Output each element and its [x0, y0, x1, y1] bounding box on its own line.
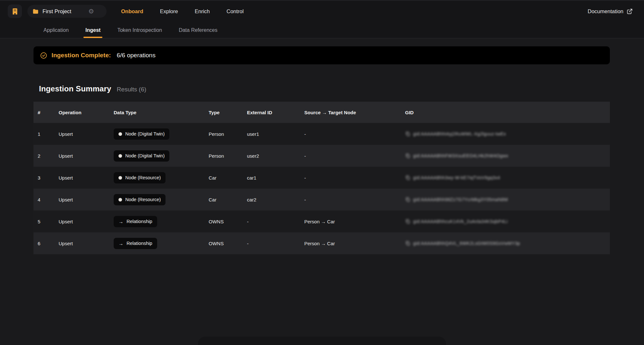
folder-icon — [32, 8, 39, 15]
col-type: Type — [209, 110, 247, 115]
documentation-link[interactable]: Documentation — [588, 8, 633, 14]
top-header: First Project ⚙ Onboard Explore Enrich C… — [0, 0, 644, 38]
row-type: Person — [209, 131, 247, 137]
row-source-target: Person → Car — [304, 241, 405, 246]
nav-tab-explore[interactable]: Explore — [160, 8, 178, 14]
table-row: 6 Upsert →Relationship OWNS - Person → C… — [33, 232, 610, 254]
app-logo-button[interactable] — [8, 5, 22, 18]
row-external-id: - — [247, 219, 304, 224]
row-operation: Upsert — [59, 175, 114, 181]
gid-value: gid:AAAAABhh98Zz7G7YcrMkg3Y05maN8M — [413, 197, 508, 202]
nav-tab-enrich[interactable]: Enrich — [195, 8, 210, 14]
col-source-target: Source → Target Node — [304, 110, 405, 115]
copy-icon[interactable] — [405, 219, 410, 224]
row-num: 4 — [38, 197, 59, 202]
gid-value: gid:AAAAABhht4yj2RuWWL-Xg2lguuz-twEx — [413, 131, 506, 136]
row-num: 2 — [38, 153, 59, 159]
gid-value: gid:AAAAABhhcuK14Vk_2uAnla34KSqbP4Li — [413, 219, 508, 224]
data-type-badge: Node (Resource) — [114, 172, 166, 183]
bottom-dock-hint — [198, 337, 446, 345]
row-operation: Upsert — [59, 131, 114, 137]
row-gid[interactable]: gid:AAAAABhht4yj2RuWWL-Xg2lguuz-twEx — [405, 131, 610, 136]
row-gid[interactable]: gid:AAAAABhhcuK14Vk_2uAnla34KSqbP4Li — [405, 219, 610, 224]
copy-icon[interactable] — [405, 241, 410, 246]
tab-data-references[interactable]: Data References — [179, 22, 217, 39]
row-gid[interactable]: gid:AAAAABhh98Zz7G7YcrMkg3Y05maN8M — [405, 197, 610, 202]
nav-tab-onboard[interactable]: Onboard — [121, 8, 143, 14]
project-selector[interactable]: First Project ⚙ — [27, 5, 107, 18]
table-header-row: # Operation Data Type Type External ID S… — [33, 102, 610, 123]
tab-token-introspection[interactable]: Token Introspection — [117, 22, 162, 39]
badge-label: Node (Resource) — [125, 175, 161, 180]
col-data-type: Data Type — [114, 110, 209, 115]
banner-title: Ingestion Complete: — [52, 52, 111, 59]
ingestion-table: # Operation Data Type Type External ID S… — [33, 102, 610, 254]
arrow-right-icon: → — [118, 241, 123, 246]
row-external-id: - — [247, 241, 304, 246]
ingestion-status-banner: Ingestion Complete: 6/6 operations — [33, 46, 610, 64]
project-name: First Project — [43, 8, 71, 14]
col-operation: Operation — [59, 110, 114, 115]
row-type: OWNS — [209, 219, 247, 224]
data-type-badge: Node (Digital Twin) — [114, 128, 169, 140]
row-external-id: user1 — [247, 131, 304, 137]
row-operation: Upsert — [59, 241, 114, 246]
copy-icon[interactable] — [405, 153, 410, 158]
arrow-right-icon: → — [118, 219, 123, 224]
row-num: 5 — [38, 219, 59, 224]
table-row: 4 Upsert Node (Resource) Car car2 - gid:… — [33, 189, 610, 210]
external-link-icon — [627, 8, 633, 14]
node-dot-icon — [118, 154, 122, 158]
gid-value: gid:AAAAABhh3wy-W-kE7IqTVoV9gq3x4 — [413, 175, 500, 180]
table-row: 2 Upsert Node (Digital Twin) Person user… — [33, 145, 610, 167]
badge-label: Node (Digital Twin) — [125, 131, 165, 136]
row-gid[interactable]: gid:AAAAABhhQ4VL_6WK2LsGtW0S9GsVwMY3p — [405, 241, 610, 246]
data-type-badge: →Relationship — [114, 216, 157, 227]
badge-label: Node (Digital Twin) — [125, 153, 165, 158]
node-dot-icon — [118, 198, 122, 201]
banner-detail: 6/6 operations — [117, 52, 156, 59]
row-source-target: - — [304, 197, 405, 202]
data-type-badge: →Relationship — [114, 238, 157, 249]
row-source-target: Person → Car — [304, 219, 405, 224]
primary-nav-row: First Project ⚙ Onboard Explore Enrich C… — [0, 1, 644, 22]
gid-value: gid:AAAAABhhFW3XsuEEO4LHk2hW4Ogwx — [413, 153, 508, 158]
row-type: OWNS — [209, 241, 247, 246]
results-count: Results (6) — [117, 86, 146, 93]
table-row: 5 Upsert →Relationship OWNS - Person → C… — [33, 210, 610, 232]
gear-icon[interactable]: ⚙ — [88, 8, 94, 14]
node-dot-icon — [118, 132, 122, 136]
row-gid[interactable]: gid:AAAAABhhFW3XsuEEO4LHk2hW4Ogwx — [405, 153, 610, 158]
copy-icon[interactable] — [405, 131, 410, 136]
row-external-id: car2 — [247, 197, 304, 202]
row-source-target: - — [304, 153, 405, 159]
row-type: Car — [209, 175, 247, 181]
row-num: 6 — [38, 241, 59, 246]
data-type-badge: Node (Digital Twin) — [114, 150, 169, 162]
row-external-id: user2 — [247, 153, 304, 159]
row-num: 3 — [38, 175, 59, 181]
tab-application[interactable]: Application — [43, 22, 69, 39]
main-content: Ingestion Complete: 6/6 operations Inges… — [33, 38, 610, 254]
tab-ingest[interactable]: Ingest — [85, 22, 100, 39]
badge-label: Relationship — [127, 241, 152, 246]
copy-icon[interactable] — [405, 175, 410, 180]
page-title: Ingestion Summary — [39, 84, 111, 93]
node-dot-icon — [118, 176, 122, 180]
copy-icon[interactable] — [405, 197, 410, 202]
row-gid[interactable]: gid:AAAAABhh3wy-W-kE7IqTVoV9gq3x4 — [405, 175, 610, 180]
row-operation: Upsert — [59, 197, 114, 202]
documentation-label: Documentation — [588, 8, 623, 14]
row-type: Person — [209, 153, 247, 159]
col-num: # — [38, 110, 59, 115]
row-operation: Upsert — [59, 153, 114, 159]
nav-tab-control[interactable]: Control — [226, 8, 243, 14]
row-external-id: car1 — [247, 175, 304, 181]
col-external-id: External ID — [247, 110, 304, 115]
check-circle-icon — [40, 52, 47, 59]
col-gid: GID — [405, 110, 610, 115]
data-type-badge: Node (Resource) — [114, 194, 166, 205]
badge-label: Relationship — [127, 219, 152, 224]
primary-nav-tabs: Onboard Explore Enrich Control — [121, 8, 244, 14]
row-operation: Upsert — [59, 219, 114, 224]
